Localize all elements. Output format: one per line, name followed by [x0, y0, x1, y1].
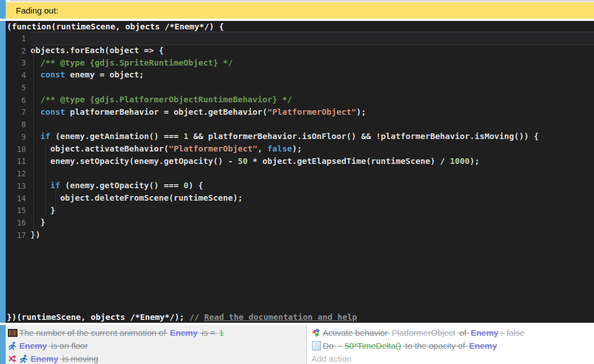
code-line[interactable]: 6 /** @type {gdjs.PlatformerObjectRuntim…	[6, 94, 594, 106]
code-line[interactable]: 14 object.deleteFromScene(runtimeScene);	[6, 192, 594, 205]
action-row[interactable]: Activate behavior PlatformerObject of En…	[311, 326, 594, 339]
footer-comment-prefix: //	[189, 313, 204, 322]
action-text-segment: Add action	[311, 354, 352, 363]
line-number: 13	[6, 181, 31, 190]
condition-row[interactable]: The number of the current animation of E…	[8, 326, 306, 339]
line-number: 12	[6, 169, 31, 178]
code-text[interactable]	[31, 118, 594, 131]
line-number: 7	[6, 107, 31, 116]
action-text-segment: -	[337, 341, 342, 350]
row-separator	[0, 323, 594, 325]
code-text[interactable]: /** @type {gdjs.SpriteRuntimeObject} */	[31, 57, 594, 70]
code-line[interactable]: 9 if (enemy.getAnimation() === 1 && plat…	[6, 131, 594, 143]
condition-text-segment: is on floor	[49, 341, 88, 350]
code-line[interactable]: 16 }	[6, 216, 594, 229]
row-separator	[0, 19, 594, 21]
code-wrapper-footer: })(runtimeScene, objects /*Enemy*/); // …	[6, 311, 594, 323]
event-selection-stripe	[0, 0, 6, 364]
code-line[interactable]: 7 const platformerBehavior = object.getB…	[6, 106, 594, 119]
action-text-segment: to the opacity of	[403, 341, 467, 350]
event-sheet-screen: Fading out: (function(runtimeScene, obje…	[0, 0, 594, 364]
line-number: 9	[6, 132, 31, 141]
action-text-segment: false	[506, 328, 524, 337]
line-number: 6	[6, 96, 31, 105]
action-text-segment: Do	[323, 341, 336, 350]
platformer-behavior-icon	[8, 341, 18, 350]
code-wrapper-header: (function(runtimeScene, objects /*Enemy*…	[6, 21, 594, 32]
code-text[interactable]: object.deleteFromScene(runtimeScene);	[31, 192, 594, 205]
footer-code-text: })(runtimeScene, objects /*Enemy*/);	[7, 313, 189, 322]
condition-text-segment: is =	[200, 328, 218, 337]
code-text[interactable]: object.activateBehavior("PlatformerObjec…	[31, 143, 594, 155]
code-text[interactable]: const platformerBehavior = object.getBeh…	[31, 106, 594, 119]
condition-text-segment: Enemy	[170, 328, 197, 337]
line-number: 17	[6, 231, 31, 240]
animation-frame-icon	[8, 328, 18, 337]
action-text-segment: 50*TimeDelta()	[345, 341, 401, 350]
code-line[interactable]: 5	[6, 81, 594, 94]
code-text[interactable]	[31, 167, 594, 180]
indent-guide	[55, 189, 56, 214]
line-number: 1	[6, 34, 31, 43]
code-text[interactable]	[31, 81, 594, 94]
line-number: 11	[6, 157, 31, 166]
code-line[interactable]: 4 const enemy = object;	[6, 69, 594, 81]
code-text[interactable]: const enemy = object;	[31, 69, 594, 81]
line-number: 4	[6, 71, 31, 80]
condition-text-segment: Enemy	[19, 341, 47, 350]
code-text[interactable]: }	[31, 205, 594, 217]
actions-column[interactable]: Activate behavior PlatformerObject of En…	[307, 325, 594, 364]
action-row[interactable]: Do - 50*TimeDelta() to the opacity of En…	[311, 339, 594, 352]
line-number: 5	[6, 83, 31, 92]
code-line[interactable]: 10 object.activateBehavior("PlatformerOb…	[6, 143, 594, 155]
opacity-icon	[311, 341, 321, 350]
action-text-segment: Activate behavior	[323, 328, 390, 337]
code-line[interactable]: 15 }	[6, 205, 594, 217]
condition-text-segment: 1	[219, 328, 224, 337]
code-line[interactable]: 1	[6, 32, 594, 45]
code-text[interactable]: /** @type {gdjs.PlatformerObjectRuntimeB…	[31, 94, 594, 106]
code-text[interactable]: if (enemy.getOpacity() === 0) {	[31, 180, 594, 192]
condition-text-segment: The number of the current animation of	[19, 328, 168, 337]
line-number: 3	[6, 58, 31, 67]
code-line[interactable]: 17})	[6, 229, 594, 241]
code-line[interactable]: 12	[6, 167, 594, 180]
indent-guide	[45, 143, 46, 216]
condition-text-segment: is moving	[60, 354, 98, 363]
action-text-segment: :	[500, 328, 505, 337]
code-text[interactable]: if (enemy.getAnimation() === 1 && platfo…	[31, 131, 594, 143]
action-text-segment: of	[457, 328, 469, 337]
code-text[interactable]: })	[31, 229, 594, 241]
event-conditions-actions: The number of the current animation of E…	[6, 325, 594, 364]
comment-event-banner[interactable]: Fading out:	[6, 2, 594, 19]
is-moving-icon	[8, 354, 18, 363]
add-action-button[interactable]: Add action	[311, 352, 594, 364]
javascript-code-editor[interactable]: (function(runtimeScene, objects /*Enemy*…	[6, 21, 594, 323]
line-number: 10	[6, 145, 31, 154]
indent-guide	[33, 45, 34, 241]
activate-behavior-icon	[311, 328, 321, 337]
line-number: 15	[6, 206, 31, 215]
code-lines[interactable]: 12objects.forEach(object => {3 /** @type…	[6, 32, 594, 241]
code-text[interactable]: objects.forEach(object => {	[31, 45, 594, 57]
action-text-segment: Enemy	[469, 341, 497, 350]
code-line[interactable]: 13 if (enemy.getOpacity() === 0) {	[6, 180, 594, 192]
code-text[interactable]	[31, 32, 594, 45]
conditions-column[interactable]: The number of the current animation of E…	[6, 325, 307, 364]
code-text[interactable]: enemy.setOpacity(enemy.getOpacity() - 50…	[31, 155, 594, 168]
documentation-link[interactable]: Read the documentation and help	[204, 313, 357, 322]
condition-row[interactable]: Enemy is on floor	[8, 339, 306, 352]
line-number: 2	[6, 46, 31, 55]
code-line[interactable]: 3 /** @type {gdjs.SpriteRuntimeObject} *…	[6, 57, 594, 70]
code-line[interactable]: 2objects.forEach(object => {	[6, 45, 594, 57]
platformer-behavior-icon	[19, 354, 29, 363]
comment-event-text: Fading out:	[16, 6, 58, 15]
code-text[interactable]: }	[31, 216, 594, 229]
line-number: 16	[6, 218, 31, 227]
code-line[interactable]: 8	[6, 118, 594, 131]
condition-text-segment: Enemy	[31, 354, 58, 363]
action-text-segment: Enemy	[471, 328, 498, 337]
action-text-segment: PlatformerObject	[392, 328, 456, 337]
condition-row[interactable]: Enemy is moving	[8, 352, 306, 364]
code-line[interactable]: 11 enemy.setOpacity(enemy.getOpacity() -…	[6, 155, 594, 168]
